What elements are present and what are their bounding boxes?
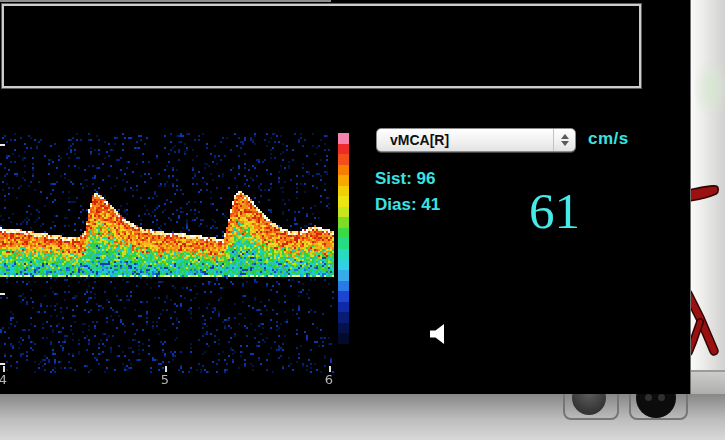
- unit-label: cm/s: [588, 129, 629, 149]
- systolic-value: 96: [417, 169, 436, 188]
- vessel-select-dropdown[interactable]: vMCA[R]: [376, 128, 576, 152]
- doppler-spectrogram: 456: [0, 133, 334, 373]
- tcd-monitor-screen: 456 vMCA[R] cm/s Sist: 96 Dias: 41 61: [0, 0, 725, 440]
- speaker-icon[interactable]: [430, 324, 447, 344]
- time-axis-label: 5: [158, 372, 172, 387]
- background-window-strip: [690, 0, 725, 394]
- systolic-readout: Sist: 96: [375, 169, 436, 189]
- diastolic-value: 41: [421, 195, 440, 214]
- mean-velocity-value: 61: [529, 186, 580, 237]
- spectrogram-canvas: [0, 133, 334, 373]
- chevron-up-icon: [561, 134, 569, 139]
- icon-dot: [658, 394, 665, 401]
- desktop-band: [0, 394, 725, 440]
- sheet-shadow: [691, 372, 725, 394]
- diastolic-readout: Dias: 41: [375, 195, 440, 215]
- red-artery-drawing: [691, 0, 725, 394]
- time-axis-label: 6: [322, 372, 336, 387]
- icon-dot: [645, 394, 652, 401]
- cropped-upper-panel-edge: [0, 0, 331, 2]
- chevron-down-icon: [561, 141, 569, 146]
- empty-display-panel: [2, 4, 641, 88]
- chevron-up-down-icon[interactable]: [553, 129, 575, 151]
- intensity-colorbar: [338, 133, 349, 344]
- vessel-select-value: vMCA[R]: [377, 132, 553, 148]
- diastolic-label: Dias:: [375, 195, 417, 214]
- time-axis-label: 4: [0, 372, 10, 387]
- systolic-label: Sist:: [375, 169, 412, 188]
